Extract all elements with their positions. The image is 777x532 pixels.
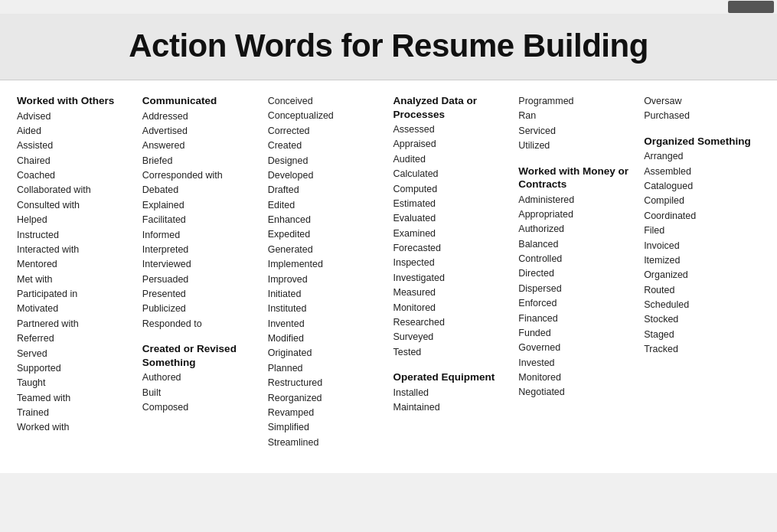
- top-bar-button[interactable]: [728, 1, 774, 13]
- word-list-operated-equipment: InstalledMaintained: [393, 386, 509, 416]
- list-item: Improved: [268, 273, 384, 287]
- list-item: Evaluated: [393, 211, 509, 226]
- word-list-programmed-etc: ProgrammedRanServicedUtilized: [518, 94, 635, 154]
- list-item: Restructured: [268, 376, 384, 390]
- list-item: Forecasted: [393, 241, 509, 256]
- list-item: Programmed: [518, 94, 635, 109]
- list-item: Interpreted: [142, 243, 259, 257]
- list-item: Consulted with: [17, 198, 133, 213]
- list-item: Interviewed: [142, 257, 259, 272]
- list-item: Controlled: [518, 252, 635, 266]
- list-item: Organized: [644, 268, 760, 282]
- list-item: Maintained: [393, 400, 509, 415]
- list-item: Facilitated: [142, 213, 259, 227]
- list-item: Simplified: [268, 420, 384, 435]
- column-5: ProgrammedRanServicedUtilizedWorked with…: [514, 94, 639, 461]
- word-list-conceived-etc: ConceivedConceptualizedCorrectedCreatedD…: [268, 94, 384, 450]
- list-item: Measured: [393, 286, 509, 300]
- list-item: Revamped: [268, 406, 384, 420]
- list-item: Appraised: [393, 137, 509, 152]
- content-area: Worked with OthersAdvisedAidedAssistedCh…: [0, 80, 777, 473]
- list-item: Persuaded: [142, 273, 259, 287]
- list-item: Mentored: [17, 257, 133, 272]
- list-item: Implemented: [268, 257, 384, 272]
- word-list-organized-something: ArrangedAssembledCataloguedCompiledCoord…: [644, 149, 760, 357]
- list-item: Supported: [17, 361, 133, 376]
- list-item: Authorized: [518, 222, 635, 237]
- list-item: Governed: [518, 341, 635, 355]
- list-item: Drafted: [268, 183, 384, 197]
- list-item: Instructed: [17, 228, 133, 243]
- list-item: Streamlined: [268, 436, 384, 450]
- list-item: Assembled: [644, 165, 760, 179]
- list-item: Coached: [17, 168, 133, 183]
- list-item: Met with: [17, 273, 133, 287]
- list-item: Served: [17, 347, 133, 361]
- word-list-oversaw-etc: OversawPurchased: [644, 94, 760, 124]
- list-item: Developed: [268, 168, 384, 183]
- list-item: Briefed: [142, 154, 259, 168]
- list-item: Invented: [268, 317, 384, 331]
- section-title-worked-money: Worked with Money or Contracts: [518, 165, 635, 191]
- list-item: Oversaw: [644, 94, 760, 109]
- list-item: Built: [142, 386, 259, 400]
- list-item: Advised: [17, 109, 133, 124]
- list-item: Debated: [142, 183, 259, 197]
- list-item: Referred: [17, 331, 133, 346]
- list-item: Informed: [142, 228, 259, 243]
- section-title-created-revised: Created or Revised Something: [142, 342, 259, 369]
- list-item: Helped: [17, 213, 133, 227]
- list-item: Trained: [17, 406, 133, 420]
- list-item: Composed: [142, 400, 259, 415]
- list-item: Scheduled: [644, 298, 760, 312]
- list-item: Authored: [142, 370, 259, 385]
- list-item: Teamed with: [17, 391, 133, 406]
- list-item: Invested: [518, 356, 635, 370]
- list-item: Initiated: [268, 287, 384, 302]
- list-item: Utilized: [518, 139, 635, 153]
- list-item: Coordinated: [644, 209, 760, 224]
- list-item: Enforced: [518, 296, 635, 311]
- top-bar: [0, 0, 777, 14]
- column-2: CommunicatedAddressedAdvertisedAnsweredB…: [138, 94, 263, 461]
- list-item: Addressed: [142, 109, 259, 124]
- header: Action Words for Resume Building: [0, 14, 777, 80]
- list-item: Created: [268, 139, 384, 153]
- word-list-worked-with-others: AdvisedAidedAssistedChairedCoachedCollab…: [17, 109, 133, 436]
- list-item: Purchased: [644, 109, 760, 123]
- list-item: Modified: [268, 331, 384, 346]
- list-item: Compiled: [644, 194, 760, 208]
- section-title-communicated: Communicated: [142, 94, 259, 108]
- list-item: Funded: [518, 326, 635, 341]
- list-item: Itemized: [644, 253, 760, 268]
- list-item: Presented: [142, 287, 259, 302]
- list-item: Assisted: [17, 139, 133, 153]
- list-item: Taught: [17, 376, 133, 390]
- list-item: Appropriated: [518, 207, 635, 222]
- list-item: Reorganized: [268, 391, 384, 406]
- list-item: Tested: [393, 345, 509, 360]
- list-item: Publicized: [142, 302, 259, 316]
- list-item: Corrected: [268, 124, 384, 139]
- list-item: Answered: [142, 139, 259, 153]
- section-title-analyzed-data: Analyzed Data or Processes: [393, 94, 509, 121]
- list-item: Conceived: [268, 94, 384, 109]
- list-item: Researched: [393, 315, 509, 330]
- list-item: Assessed: [393, 122, 509, 137]
- list-item: Motivated: [17, 302, 133, 316]
- list-item: Filed: [644, 224, 760, 238]
- word-list-analyzed-data: AssessedAppraisedAuditedCalculatedComput…: [393, 122, 509, 360]
- list-item: Serviced: [518, 124, 635, 139]
- list-item: Conceptualized: [268, 109, 384, 123]
- list-item: Routed: [644, 283, 760, 298]
- list-item: Dispersed: [518, 282, 635, 296]
- list-item: Chaired: [17, 154, 133, 168]
- list-item: Staged: [644, 328, 760, 342]
- list-item: Catalogued: [644, 179, 760, 194]
- page-title: Action Words for Resume Building: [8, 28, 769, 64]
- list-item: Originated: [268, 346, 384, 361]
- list-item: Computed: [393, 182, 509, 197]
- list-item: Ran: [518, 109, 635, 123]
- list-item: Advertised: [142, 124, 259, 139]
- list-item: Generated: [268, 243, 384, 257]
